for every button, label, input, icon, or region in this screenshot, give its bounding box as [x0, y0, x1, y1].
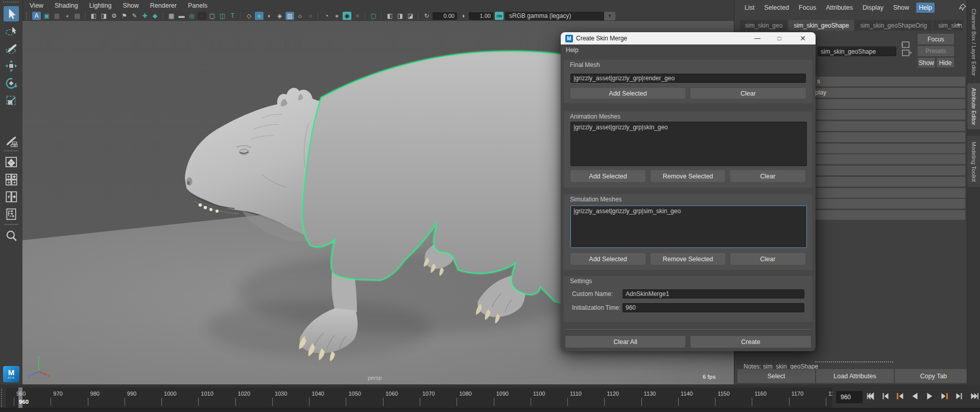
list-item[interactable]: |grizzly_asset|grizzly_grp|sim_skin_geo [571, 206, 806, 215]
scale-tool[interactable] [4, 93, 19, 108]
xray-icon[interactable]: ◔ [322, 12, 331, 20]
go-to-start-button[interactable] [866, 392, 875, 402]
snap-icon[interactable]: ✚ [140, 12, 149, 20]
ae-tab-sim_skin_geo[interactable]: sim_skin_geo [740, 20, 787, 31]
dialog-help-menu[interactable]: Help [566, 47, 579, 54]
ae-menu-selected[interactable]: Selected [761, 3, 792, 13]
copy-node-icons[interactable] [901, 41, 914, 57]
minimize-button[interactable]: — [747, 32, 768, 44]
viewport-menu-shading[interactable]: Shading [55, 2, 78, 9]
notes-divider[interactable] [815, 361, 893, 362]
range-slider[interactable] [0, 408, 980, 412]
shaded-icon[interactable]: ◆ [255, 12, 264, 20]
paint-select-tool[interactable] [4, 41, 19, 56]
material-icon[interactable]: ◈ [275, 12, 284, 20]
layout-two-pane[interactable] [4, 189, 19, 204]
ae-menu-show[interactable]: Show [891, 3, 912, 13]
viewport-menu-renderer[interactable]: Renderer [150, 2, 177, 9]
tab-channel-box[interactable]: Channel Box / Layer Editor [967, 4, 980, 81]
viewport-menu-lighting[interactable]: Lighting [89, 2, 112, 9]
field-chart-icon[interactable]: ▢ [208, 12, 217, 20]
search-icon[interactable] [4, 228, 19, 243]
sim-clear-button[interactable]: Clear [730, 253, 805, 265]
annotate-icon[interactable]: A [32, 12, 41, 20]
pen-icon[interactable]: ◆ [151, 12, 159, 20]
exposure-field[interactable]: 0.00 [433, 12, 457, 20]
ae-menu-focus[interactable]: Focus [796, 3, 819, 13]
select-tool[interactable] [4, 6, 19, 21]
copy-tab-button[interactable]: Copy Tab [895, 369, 972, 383]
selection-highlight-icon[interactable]: ▢ [369, 12, 378, 20]
viewport-menu-view[interactable]: View [30, 2, 43, 9]
play-forward-button[interactable] [925, 392, 934, 402]
step-back-key-button[interactable] [896, 392, 904, 402]
toolbox-grip[interactable] [3, 2, 18, 5]
frame-field[interactable]: 960 [836, 391, 863, 403]
camera-attributes-icon[interactable]: ⚙ [110, 12, 118, 20]
resolution-gate-icon[interactable]: ◎ [187, 12, 196, 20]
hide-button[interactable]: Hide [937, 58, 954, 67]
lasso-select-tool[interactable] [4, 24, 19, 39]
pin-icon[interactable] [959, 4, 966, 11]
contrast-icon[interactable]: ◑ [459, 12, 467, 20]
final-add-selected-button[interactable]: Add Selected [570, 88, 685, 99]
lens-icon[interactable]: ◕ [63, 12, 71, 20]
animation-meshes-list[interactable]: |grizzly_asset|grizzly_grp|skin_geo [570, 122, 807, 166]
colorspace-combo[interactable]: sRGB gamma (legacy)▼ [505, 12, 615, 20]
occlusion-icon[interactable]: ■ [353, 12, 362, 20]
last-tool[interactable] [4, 133, 19, 148]
combo-arrow[interactable]: ▼ [604, 12, 615, 20]
bookmark-icon[interactable]: ⚑ [120, 12, 129, 20]
node-name-field[interactable]: sim_skin_geoShape [818, 47, 896, 56]
anim-remove-selected-button[interactable]: Remove Selected [651, 170, 725, 182]
time-ruler[interactable]: 960 960970980990100010101020103010401050… [6, 387, 832, 408]
step-back-button[interactable] [881, 392, 890, 402]
layout-outliner[interactable] [4, 207, 19, 222]
presets-button[interactable]: Presets [918, 46, 954, 56]
load-attributes-button[interactable]: Load Attributes [816, 369, 894, 383]
show-button[interactable]: Show [918, 58, 935, 67]
clear-all-button[interactable]: Clear All [565, 336, 685, 348]
toolbar-grip[interactable] [26, 12, 29, 19]
maximize-button[interactable]: □ [769, 32, 790, 44]
refresh-icon[interactable]: ↻ [422, 12, 431, 20]
sim-add-selected-button[interactable]: Add Selected [570, 253, 646, 265]
xray-joints-icon[interactable]: ● [332, 12, 341, 20]
viewport-menu-show[interactable]: Show [123, 2, 139, 9]
shaded-textured-icon[interactable]: ◐ [265, 12, 274, 20]
create-button[interactable]: Create [690, 336, 811, 348]
rotate-tool[interactable] [4, 76, 19, 91]
edit-bookmark-icon[interactable]: ✎ [130, 12, 139, 20]
step-forward-key-button[interactable] [940, 392, 949, 402]
shadows-icon[interactable]: ○ [306, 12, 315, 20]
ae-menu-help[interactable]: Help [916, 3, 935, 13]
init-time-field[interactable]: 960 [623, 303, 804, 312]
go-to-end-button[interactable] [970, 392, 978, 402]
layout-single-pane[interactable] [4, 154, 19, 170]
isolate-select-icon[interactable]: ▩ [53, 12, 61, 20]
timeline-grip[interactable] [1, 388, 5, 407]
wireframe-icon[interactable]: ◇ [245, 12, 253, 20]
film-gate-icon[interactable]: ▬ [177, 12, 186, 20]
anim-clear-button[interactable]: Clear [730, 170, 805, 182]
textured-icon[interactable]: ▨ [285, 12, 294, 20]
image-plane-icon[interactable]: ▤ [73, 12, 82, 20]
step-forward-button[interactable] [955, 392, 964, 402]
tab-attribute-editor[interactable]: Attribute Editor [967, 83, 980, 129]
dialog-titlebar[interactable]: M Create Skin Merge — □ ✕ [561, 32, 816, 44]
ae-menu-display[interactable]: Display [860, 3, 886, 13]
gamma-field[interactable]: 1.00 [469, 12, 493, 20]
sim-remove-selected-button[interactable]: Remove Selected [651, 253, 725, 265]
gate-mask-icon[interactable]: ● [198, 12, 206, 20]
camera-icon[interactable]: ◧ [89, 12, 98, 20]
ae-menu-attributes[interactable]: Attributes [823, 3, 855, 13]
custom-name-field[interactable]: AdnSkinMerge1 [623, 289, 804, 299]
layout-four-pane[interactable] [4, 172, 19, 187]
final-clear-button[interactable]: Clear [690, 88, 806, 99]
on-toggle-icon[interactable]: ON [495, 12, 504, 20]
lock-camera-icon[interactable]: ◨ [100, 12, 108, 20]
list-item[interactable]: |grizzly_asset|grizzly_grp|skin_geo [571, 122, 806, 131]
play-backward-button[interactable] [911, 392, 919, 402]
simulation-meshes-list[interactable]: |grizzly_asset|grizzly_grp|sim_skin_geo [570, 205, 807, 248]
anim-add-selected-button[interactable]: Add Selected [570, 170, 646, 182]
